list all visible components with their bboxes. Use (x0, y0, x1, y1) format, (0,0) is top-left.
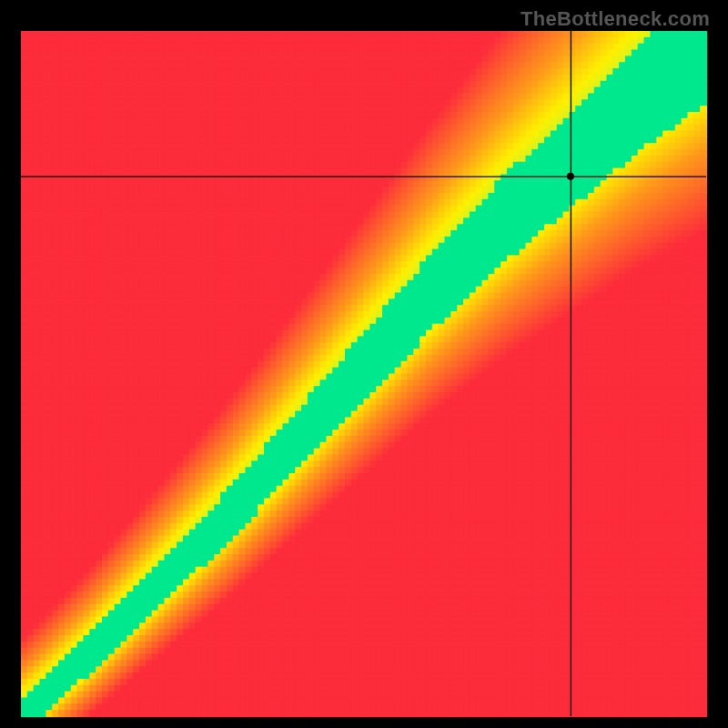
heatmap-canvas (0, 0, 728, 728)
chart-container: TheBottleneck.com (0, 0, 728, 728)
watermark: TheBottleneck.com (521, 7, 710, 31)
